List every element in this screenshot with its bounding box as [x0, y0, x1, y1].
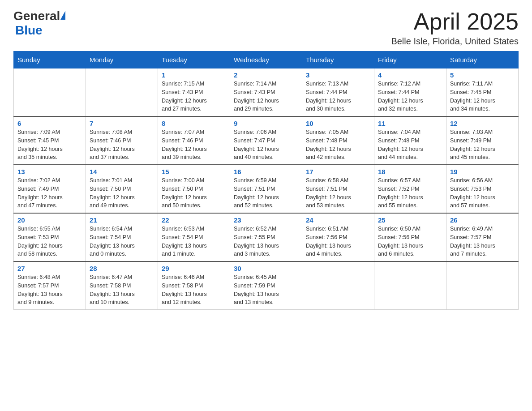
- day-info: Sunrise: 7:13 AM Sunset: 7:44 PM Dayligh…: [306, 80, 370, 113]
- day-number: 12: [450, 120, 515, 127]
- day-number: 15: [162, 168, 226, 176]
- calendar-cell: 30Sunrise: 6:45 AM Sunset: 7:59 PM Dayli…: [230, 261, 302, 310]
- day-number: 29: [162, 265, 226, 272]
- calendar-cell: 20Sunrise: 6:55 AM Sunset: 7:53 PM Dayli…: [14, 213, 86, 261]
- calendar-cell: [446, 261, 519, 310]
- day-number: 1: [162, 71, 226, 79]
- calendar-cell: 1Sunrise: 7:15 AM Sunset: 7:43 PM Daylig…: [158, 68, 230, 117]
- calendar-cell: 18Sunrise: 6:57 AM Sunset: 7:52 PM Dayli…: [374, 165, 446, 213]
- day-info: Sunrise: 7:05 AM Sunset: 7:48 PM Dayligh…: [306, 128, 370, 162]
- calendar-subtitle: Belle Isle, Florida, United States: [391, 36, 519, 47]
- day-info: Sunrise: 6:54 AM Sunset: 7:54 PM Dayligh…: [90, 225, 154, 258]
- day-number: 14: [90, 168, 154, 176]
- calendar-cell: 7Sunrise: 7:08 AM Sunset: 7:46 PM Daylig…: [86, 116, 158, 165]
- calendar-title: April 2025: [391, 9, 519, 34]
- calendar-cell: 4Sunrise: 7:12 AM Sunset: 7:44 PM Daylig…: [374, 68, 446, 117]
- calendar-week-row: 13Sunrise: 7:02 AM Sunset: 7:49 PM Dayli…: [14, 165, 519, 213]
- day-info: Sunrise: 7:11 AM Sunset: 7:45 PM Dayligh…: [450, 80, 515, 113]
- day-number: 22: [162, 216, 226, 224]
- calendar-cell: 19Sunrise: 6:56 AM Sunset: 7:53 PM Dayli…: [446, 165, 519, 213]
- day-number: 28: [90, 265, 154, 272]
- calendar-cell: [86, 68, 158, 117]
- day-info: Sunrise: 7:14 AM Sunset: 7:43 PM Dayligh…: [234, 80, 298, 113]
- day-info: Sunrise: 6:56 AM Sunset: 7:53 PM Dayligh…: [450, 176, 515, 210]
- day-info: Sunrise: 6:53 AM Sunset: 7:54 PM Dayligh…: [162, 225, 226, 258]
- day-info: Sunrise: 7:00 AM Sunset: 7:50 PM Dayligh…: [162, 176, 226, 210]
- day-number: 24: [306, 216, 370, 224]
- day-info: Sunrise: 6:52 AM Sunset: 7:55 PM Dayligh…: [234, 225, 298, 258]
- calendar-cell: [14, 68, 86, 117]
- day-number: 11: [378, 120, 442, 127]
- calendar-table: SundayMondayTuesdayWednesdayThursdayFrid…: [13, 51, 519, 310]
- calendar-cell: 23Sunrise: 6:52 AM Sunset: 7:55 PM Dayli…: [230, 213, 302, 261]
- day-info: Sunrise: 7:09 AM Sunset: 7:45 PM Dayligh…: [17, 128, 82, 162]
- day-info: Sunrise: 7:15 AM Sunset: 7:43 PM Dayligh…: [162, 80, 226, 113]
- day-number: 30: [234, 265, 298, 272]
- day-of-week-header: Tuesday: [158, 51, 230, 68]
- days-header-row: SundayMondayTuesdayWednesdayThursdayFrid…: [14, 51, 519, 68]
- calendar-cell: 22Sunrise: 6:53 AM Sunset: 7:54 PM Dayli…: [158, 213, 230, 261]
- day-of-week-header: Wednesday: [230, 51, 302, 68]
- calendar-cell: 15Sunrise: 7:00 AM Sunset: 7:50 PM Dayli…: [158, 165, 230, 213]
- day-number: 16: [234, 168, 298, 176]
- day-of-week-header: Friday: [374, 51, 446, 68]
- logo-triangle-icon: [60, 11, 65, 20]
- day-of-week-header: Sunday: [14, 51, 86, 68]
- day-number: 18: [378, 168, 442, 176]
- day-info: Sunrise: 7:04 AM Sunset: 7:48 PM Dayligh…: [378, 128, 442, 162]
- calendar-cell: 3Sunrise: 7:13 AM Sunset: 7:44 PM Daylig…: [302, 68, 374, 117]
- day-info: Sunrise: 6:48 AM Sunset: 7:57 PM Dayligh…: [17, 273, 82, 307]
- day-info: Sunrise: 7:12 AM Sunset: 7:44 PM Dayligh…: [378, 80, 442, 113]
- calendar-cell: 16Sunrise: 6:59 AM Sunset: 7:51 PM Dayli…: [230, 165, 302, 213]
- day-info: Sunrise: 6:46 AM Sunset: 7:58 PM Dayligh…: [162, 273, 226, 307]
- day-number: 9: [234, 120, 298, 127]
- day-info: Sunrise: 7:02 AM Sunset: 7:49 PM Dayligh…: [17, 176, 82, 210]
- calendar-cell: 17Sunrise: 6:58 AM Sunset: 7:51 PM Dayli…: [302, 165, 374, 213]
- logo-blue-text: Blue: [15, 23, 43, 38]
- day-number: 13: [17, 168, 82, 176]
- calendar-cell: 28Sunrise: 6:47 AM Sunset: 7:58 PM Dayli…: [86, 261, 158, 310]
- calendar-cell: 9Sunrise: 7:06 AM Sunset: 7:47 PM Daylig…: [230, 116, 302, 165]
- day-number: 17: [306, 168, 370, 176]
- day-info: Sunrise: 6:57 AM Sunset: 7:52 PM Dayligh…: [378, 176, 442, 210]
- calendar-cell: 27Sunrise: 6:48 AM Sunset: 7:57 PM Dayli…: [14, 261, 86, 310]
- calendar-cell: [302, 261, 374, 310]
- day-number: 20: [17, 216, 82, 224]
- day-number: 3: [306, 71, 370, 79]
- calendar-cell: 8Sunrise: 7:07 AM Sunset: 7:46 PM Daylig…: [158, 116, 230, 165]
- day-info: Sunrise: 7:06 AM Sunset: 7:47 PM Dayligh…: [234, 128, 298, 162]
- page-header: General Blue April 2025 Belle Isle, Flor…: [13, 9, 519, 47]
- day-number: 6: [17, 120, 82, 127]
- day-number: 27: [17, 265, 82, 272]
- day-number: 4: [378, 71, 442, 79]
- calendar-cell: 26Sunrise: 6:49 AM Sunset: 7:57 PM Dayli…: [446, 213, 519, 261]
- day-number: 2: [234, 71, 298, 79]
- day-info: Sunrise: 7:03 AM Sunset: 7:49 PM Dayligh…: [450, 128, 515, 162]
- calendar-week-row: 1Sunrise: 7:15 AM Sunset: 7:43 PM Daylig…: [14, 68, 519, 117]
- day-of-week-header: Saturday: [446, 51, 519, 68]
- calendar-cell: [374, 261, 446, 310]
- day-number: 21: [90, 216, 154, 224]
- calendar-week-row: 20Sunrise: 6:55 AM Sunset: 7:53 PM Dayli…: [14, 213, 519, 261]
- calendar-cell: 25Sunrise: 6:50 AM Sunset: 7:56 PM Dayli…: [374, 213, 446, 261]
- day-number: 19: [450, 168, 515, 176]
- day-info: Sunrise: 6:51 AM Sunset: 7:56 PM Dayligh…: [306, 225, 370, 258]
- calendar-cell: 12Sunrise: 7:03 AM Sunset: 7:49 PM Dayli…: [446, 116, 519, 165]
- day-of-week-header: Monday: [86, 51, 158, 68]
- calendar-cell: 21Sunrise: 6:54 AM Sunset: 7:54 PM Dayli…: [86, 213, 158, 261]
- logo: General Blue: [13, 9, 65, 38]
- day-info: Sunrise: 6:55 AM Sunset: 7:53 PM Dayligh…: [17, 225, 82, 258]
- day-info: Sunrise: 6:45 AM Sunset: 7:59 PM Dayligh…: [234, 273, 298, 307]
- day-info: Sunrise: 7:07 AM Sunset: 7:46 PM Dayligh…: [162, 128, 226, 162]
- day-number: 23: [234, 216, 298, 224]
- day-of-week-header: Thursday: [302, 51, 374, 68]
- calendar-cell: 10Sunrise: 7:05 AM Sunset: 7:48 PM Dayli…: [302, 116, 374, 165]
- calendar-cell: 11Sunrise: 7:04 AM Sunset: 7:48 PM Dayli…: [374, 116, 446, 165]
- day-number: 5: [450, 71, 515, 79]
- day-info: Sunrise: 7:01 AM Sunset: 7:50 PM Dayligh…: [90, 176, 154, 210]
- calendar-week-row: 6Sunrise: 7:09 AM Sunset: 7:45 PM Daylig…: [14, 116, 519, 165]
- calendar-cell: 14Sunrise: 7:01 AM Sunset: 7:50 PM Dayli…: [86, 165, 158, 213]
- calendar-cell: 13Sunrise: 7:02 AM Sunset: 7:49 PM Dayli…: [14, 165, 86, 213]
- day-info: Sunrise: 7:08 AM Sunset: 7:46 PM Dayligh…: [90, 128, 154, 162]
- day-info: Sunrise: 6:58 AM Sunset: 7:51 PM Dayligh…: [306, 176, 370, 210]
